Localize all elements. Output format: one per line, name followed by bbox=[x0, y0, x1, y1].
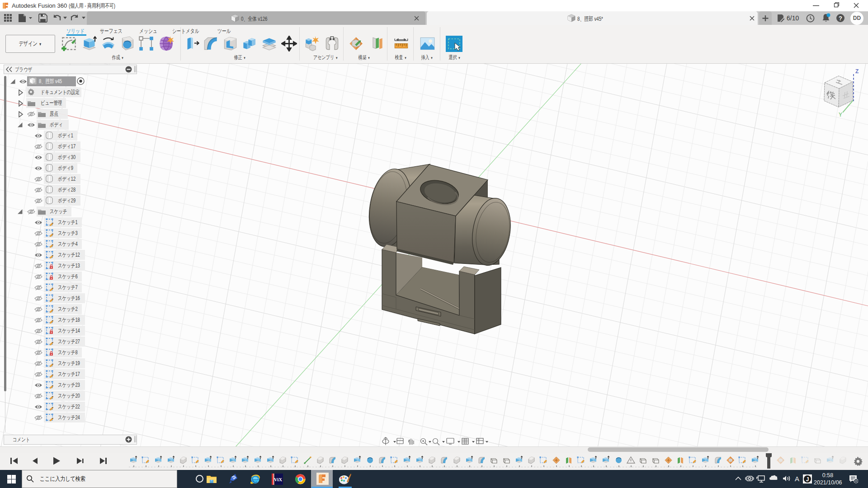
svg-text:Z: Z bbox=[855, 68, 859, 75]
svg-text:ViX: ViX bbox=[274, 477, 283, 482]
svg-text:J: J bbox=[806, 476, 809, 483]
svg-text:Y: Y bbox=[839, 112, 842, 118]
svg-text:?: ? bbox=[839, 15, 842, 22]
svg-text:A: A bbox=[795, 475, 799, 483]
